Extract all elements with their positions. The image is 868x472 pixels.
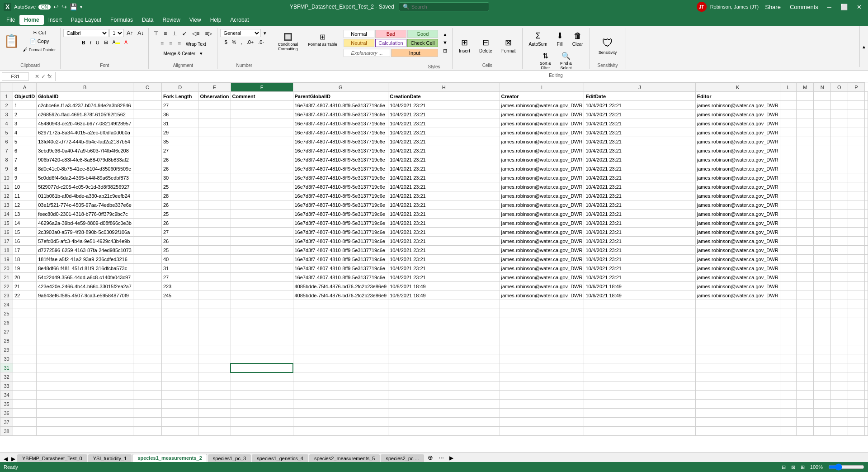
style-neutral[interactable]: Neutral [344, 39, 374, 47]
cell[interactable]: 31 [161, 119, 198, 128]
cell[interactable] [231, 400, 293, 409]
italic-button[interactable]: I [88, 39, 93, 46]
cell[interactable] [198, 282, 231, 291]
cell[interactable] [198, 191, 231, 200]
cell[interactable] [388, 354, 500, 363]
cell[interactable] [848, 264, 864, 273]
cell[interactable] [198, 137, 231, 146]
cell[interactable]: 10/4/2021 23:21 [584, 119, 695, 128]
cell[interactable] [814, 219, 831, 228]
cell[interactable] [500, 409, 584, 418]
confirm-formula-icon[interactable]: ✓ [41, 73, 46, 80]
cell[interactable] [231, 327, 293, 336]
cell[interactable] [780, 146, 797, 155]
cell[interactable]: 4 [13, 128, 37, 137]
cell[interactable] [865, 128, 868, 137]
indent-increase-button[interactable]: ≡▷ [203, 29, 214, 38]
cell[interactable] [133, 391, 161, 400]
cell[interactable] [198, 155, 231, 164]
cell[interactable] [198, 309, 231, 318]
cell[interactable] [231, 427, 293, 436]
cell[interactable]: james.robinson@water.ca.gov_DWR [695, 246, 780, 255]
cell[interactable] [830, 246, 848, 255]
cell[interactable] [830, 273, 848, 282]
cell[interactable]: 16e7d3f7-4807-4810-8ff9-5e3137719c6e [293, 228, 388, 237]
cell[interactable] [231, 182, 293, 191]
cell[interactable] [231, 119, 293, 128]
cell[interactable]: james.robinson@water.ca.gov_DWR [695, 228, 780, 237]
row-header-37[interactable]: 37 [0, 418, 13, 427]
cell[interactable] [830, 400, 848, 409]
cell[interactable] [388, 418, 500, 427]
cell[interactable]: 26 [161, 200, 198, 210]
cell[interactable] [865, 173, 868, 182]
row-header-13[interactable]: 13 [0, 200, 13, 210]
cell[interactable] [814, 409, 831, 418]
merge-dropdown[interactable]: ▾ [198, 50, 204, 57]
col-header-N[interactable]: N [814, 83, 831, 92]
cell[interactable] [231, 155, 293, 164]
cell[interactable]: james.robinson@water.ca.gov_DWR [695, 264, 780, 273]
cell[interactable]: james.robinson@water.ca.gov_DWR [695, 110, 780, 119]
cell[interactable] [13, 309, 37, 318]
sheet-tab-0[interactable]: YBFMP_Datasheet_Test_0 [17, 454, 87, 462]
cell[interactable]: 10/4/2021 23:21 [388, 119, 500, 128]
cell[interactable]: 10/4/2021 23:21 [584, 191, 695, 200]
cell[interactable]: 10/4/2021 23:21 [388, 182, 500, 191]
cell[interactable] [388, 300, 500, 309]
cell[interactable]: james.robinson@water.ca.gov_DWR [695, 128, 780, 137]
cell[interactable] [133, 200, 161, 210]
cell[interactable] [231, 409, 293, 418]
cell[interactable] [814, 391, 831, 400]
cell[interactable]: 26 [161, 155, 198, 164]
cell[interactable] [780, 318, 797, 327]
cell[interactable]: 16e7d3f7-4807-4810-8ff9-5e3137719c6e [293, 255, 388, 264]
cell[interactable] [865, 381, 868, 391]
cell[interactable] [293, 427, 388, 436]
cell[interactable] [814, 237, 831, 246]
cell[interactable] [695, 300, 780, 309]
cell[interactable]: james.robinson@water.ca.gov_DWR [500, 255, 584, 264]
cell[interactable] [584, 427, 695, 436]
sensitivity-button[interactable]: 🛡 Sensitivity [595, 35, 621, 57]
cell[interactable] [780, 237, 797, 246]
cell[interactable] [161, 318, 198, 327]
cell[interactable] [848, 282, 864, 291]
cell[interactable]: 16e7d3f7-4807-4810-8ff9-5e3137719c6e [293, 101, 388, 110]
save-icon[interactable]: 💾 [70, 3, 77, 10]
fill-color-button[interactable]: A▬ [111, 39, 122, 46]
cell[interactable] [848, 228, 864, 237]
cell[interactable] [814, 128, 831, 137]
cell[interactable] [695, 309, 780, 318]
cell[interactable] [388, 391, 500, 400]
col-header-F[interactable]: F [231, 83, 293, 92]
sheet-tab-1[interactable]: YSI_turbidity_1 [88, 454, 132, 462]
cell[interactable] [198, 200, 231, 210]
cell[interactable]: 25 [161, 246, 198, 255]
row-header-18[interactable]: 18 [0, 246, 13, 255]
cell[interactable]: 10/4/2021 23:21 [584, 128, 695, 137]
col-header-O[interactable]: O [830, 83, 848, 92]
cell[interactable] [37, 409, 133, 418]
cell[interactable] [695, 418, 780, 427]
cell[interactable] [133, 164, 161, 173]
merge-center-button[interactable]: Merge & Center [162, 50, 198, 57]
cell[interactable]: 3 [13, 119, 37, 128]
cell[interactable] [814, 273, 831, 282]
cell[interactable]: 10/4/2021 23:21 [388, 264, 500, 273]
cell[interactable] [830, 418, 848, 427]
cell[interactable] [37, 309, 133, 318]
cell[interactable] [161, 381, 198, 391]
paste-button[interactable]: 📋 [3, 33, 20, 49]
menu-formulas[interactable]: Formulas [106, 15, 137, 25]
cell[interactable] [865, 246, 868, 255]
cell[interactable] [865, 92, 868, 101]
cell[interactable] [830, 182, 848, 191]
cell[interactable] [500, 381, 584, 391]
search-box[interactable]: 🔍 [399, 2, 489, 11]
cell[interactable] [780, 282, 797, 291]
cell[interactable] [198, 400, 231, 409]
cell[interactable]: james.robinson@water.ca.gov_DWR [500, 119, 584, 128]
cell[interactable]: 16e7d3f7-4807-4810-8ff9-5e3137719c6e [293, 110, 388, 119]
cell[interactable] [198, 300, 231, 309]
